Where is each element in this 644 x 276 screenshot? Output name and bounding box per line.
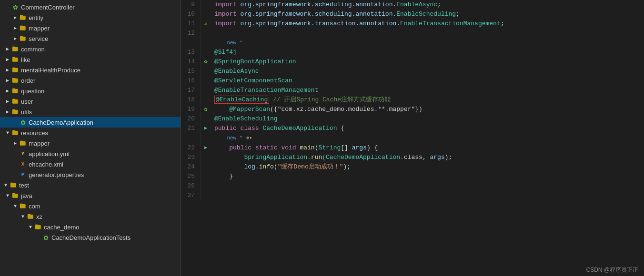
bottom-bar: CSDN @程序员正正 [580, 264, 644, 276]
sidebar-item-xz-test[interactable]: xz [0, 211, 181, 222]
line-gutter [201, 0, 211, 10]
sidebar-item-comment-controller[interactable]: ✿CommentController [0, 2, 181, 12]
code-token: void [281, 144, 300, 151]
sidebar-item-CacheDemoApplication[interactable]: ✿CacheDemoApplication [0, 117, 181, 128]
sidebar-item-common[interactable]: common [0, 44, 181, 54]
code-token: @EnableTransactionManagement [214, 87, 318, 94]
line-gutter [201, 191, 211, 200]
sidebar-item-application-yml[interactable]: Yapplication.yml [0, 148, 181, 159]
code-token: @SpringBootApplication [214, 58, 296, 65]
editor-wrapper: 9import org.springframework.scheduling.a… [181, 0, 644, 276]
tree-arrow [11, 36, 19, 41]
code-token: static [255, 144, 282, 151]
code-token: class [241, 125, 263, 132]
file-tree: ✿CommentControllerentitymapperservicecom… [0, 0, 181, 276]
line-content: @EnableAsync [211, 67, 644, 76]
code-token: org.springframework.scheduling.annotatio… [241, 1, 397, 8]
folder-icon [10, 182, 17, 188]
tree-label: com [29, 203, 40, 210]
code-line: new * [181, 38, 644, 48]
line-gutter [201, 181, 211, 191]
tree-arrow [11, 204, 19, 209]
sidebar-item-user[interactable]: user [0, 96, 181, 107]
sidebar-item-generator-props[interactable]: Pgenerator.properties [0, 169, 181, 180]
sidebar-item-java-test[interactable]: java [0, 190, 181, 201]
sidebar-item-CacheDemoAppTests[interactable]: ✿CacheDemoApplicationTests [0, 232, 181, 243]
sidebar-item-mapper-res[interactable]: mapper [0, 138, 181, 148]
code-token: EnableAsync [396, 1, 437, 8]
code-token: args [352, 144, 367, 151]
code-token: import [214, 10, 241, 18]
code-token: { [337, 125, 344, 132]
sidebar-item-resources[interactable]: resources [0, 128, 181, 138]
sidebar-item-mentalHealthProduce[interactable]: mentalHealthProduce [0, 65, 181, 75]
code-line: 14✿@SpringBootApplication [181, 57, 644, 67]
code-editor: 9import org.springframework.scheduling.a… [181, 0, 644, 276]
line-gutter [201, 10, 211, 19]
code-area: 9import org.springframework.scheduling.a… [181, 0, 644, 276]
new-star-expand: new * [214, 135, 242, 141]
code-line: 15@EnableAsync [181, 67, 644, 76]
code-line: 21▶public class CacheDemoApplication { [181, 124, 644, 133]
spring-file-icon: ✿ [42, 234, 50, 241]
code-line: 20@EnableScheduling [181, 114, 644, 124]
code-token: ); [343, 163, 351, 170]
line-gutter: ⚠ [201, 19, 211, 29]
tree-label: order [21, 77, 35, 84]
tree-label: application.yml [29, 150, 70, 158]
code-line: 9import org.springframework.scheduling.a… [181, 0, 644, 10]
sidebar-item-utils[interactable]: utils [0, 107, 181, 117]
line-number: 26 [181, 181, 201, 191]
sidebar-item-entity[interactable]: entity [0, 12, 181, 23]
sidebar-item-order[interactable]: order [0, 75, 181, 86]
tree-label: question [21, 88, 44, 95]
line-number: 20 [181, 114, 201, 124]
code-token: org.springframework.scheduling.annotatio… [241, 10, 397, 18]
code-line: 27 [181, 191, 644, 200]
line-content: @EnableCaching // 开启Spring Cache注解方式缓存功能 [211, 95, 644, 105]
line-gutter [201, 172, 211, 181]
tree-arrow [4, 67, 11, 73]
code-token: EnableScheduling [396, 10, 456, 18]
line-number: 19 [181, 105, 201, 114]
sidebar-item-question[interactable]: question [0, 86, 181, 96]
sidebar-item-like[interactable]: like [0, 54, 181, 65]
sidebar-item-ehcache-xml[interactable]: Xehcache.xml [0, 159, 181, 169]
code-token: [] [341, 144, 352, 151]
line-gutter [201, 29, 211, 38]
code-token: log [244, 163, 255, 170]
tree-label: xz [36, 213, 42, 220]
line-content [211, 191, 644, 200]
line-gutter [201, 95, 211, 105]
code-token: ({"com.xz.cache_demo.modules.**.mapper"}… [270, 106, 423, 113]
sidebar-item-mapper[interactable]: mapper [0, 23, 181, 33]
code-token [214, 163, 244, 170]
tree-arrow [4, 130, 11, 136]
line-number: 27 [181, 191, 201, 200]
code-token: args [430, 154, 445, 161]
line-content: public static void main(String[] args) { [211, 143, 644, 153]
folder-icon [11, 67, 19, 73]
code-line: 22▶ public static void main(String[] arg… [181, 143, 644, 153]
line-number: 21 [181, 124, 201, 133]
code-token: // [269, 96, 284, 103]
line-number: 24 [181, 162, 201, 172]
sidebar-item-cache-demo-test[interactable]: cache_demo [0, 222, 181, 232]
tree-label: CommentController [21, 4, 75, 11]
tree-arrow [2, 183, 10, 188]
line-gutter: ▶ [201, 124, 211, 133]
tree-arrow [19, 214, 27, 219]
folder-icon [19, 35, 27, 42]
line-content: public class CacheDemoApplication { [211, 124, 644, 133]
line-content: new * [211, 38, 644, 48]
code-token: String [318, 144, 341, 151]
tree-arrow [4, 57, 11, 62]
sidebar-item-test[interactable]: test [0, 180, 181, 190]
sidebar-item-com-test[interactable]: com [0, 201, 181, 211]
highlighted-annotation: @EnableCaching [214, 96, 269, 104]
folder-icon [27, 213, 34, 220]
line-gutter: ✿ [201, 57, 211, 67]
line-gutter [201, 162, 211, 172]
sidebar-item-service[interactable]: service [0, 33, 181, 44]
folder-icon [11, 192, 19, 199]
